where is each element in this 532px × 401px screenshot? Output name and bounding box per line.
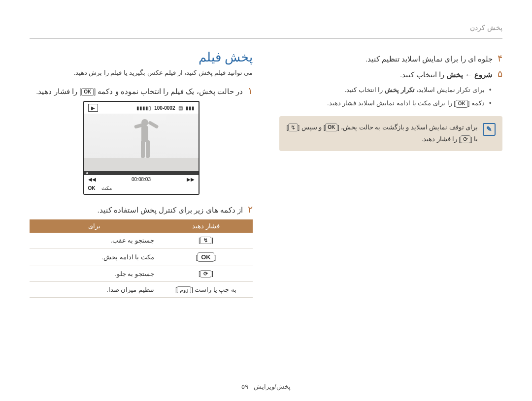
footer-section: پخش/ویرایش: [254, 383, 291, 390]
note-part: برای توقف نمایش اسلاید و بازگشت به حالت …: [339, 124, 478, 131]
step-5-rest: را انتخاب کنید.: [400, 70, 447, 79]
note-icon: ✎: [483, 123, 496, 136]
step-1-post: را فشار دهید.: [36, 87, 79, 95]
note-text: برای توقف نمایش اسلاید و بازگشت به حالت …: [286, 122, 478, 146]
battery-icon: ▮▮▮: [186, 105, 195, 111]
th-for: برای: [30, 219, 159, 233]
playback-mode-icon: ▶: [88, 104, 98, 112]
table-row: [↯] جستجو به عقب.: [30, 233, 253, 248]
desc-cell: تنظیم میزان صدا.: [30, 282, 159, 298]
ok-icon: OK: [81, 88, 94, 96]
bullet-text: برای تکرار نمایش اسلاید،: [415, 86, 485, 93]
step-number: ۵: [498, 68, 502, 79]
table-row: [OK] مکث یا ادامه پخش.: [30, 248, 253, 266]
desc-cell: جستجو به جلو.: [30, 266, 159, 282]
file-counter: 100-0002: [154, 105, 175, 111]
note-box: ✎ برای توقف نمایش اسلاید و بازگشت به حال…: [279, 116, 502, 152]
step-1-pre: در حالت پخش، یک فیلم را انتخاب نموده و د…: [96, 87, 243, 95]
breadcrumb: پخش کردن: [30, 24, 502, 39]
pause-label: مکث: [101, 185, 112, 191]
step-1-text: در حالت پخش، یک فیلم را انتخاب نموده و د…: [36, 87, 243, 96]
step-5-text: شروع ← پخش را انتخاب کنید.: [400, 70, 493, 79]
bullet-text: را انتخاب کنید.: [344, 86, 384, 93]
svg-rect-1: [141, 125, 148, 142]
step-5: ۵ شروع ← پخش را انتخاب کنید.: [279, 68, 502, 79]
table-row: به چپ یا راست [زوم] تنظیم میزان صدا.: [30, 282, 253, 298]
key-cell: [↯]: [159, 233, 253, 248]
step-4-text: جلوه ای را برای نمایش اسلاید تنظیم کنید.: [366, 55, 493, 63]
footer-page: ۵۹: [241, 383, 248, 390]
ok-icon: OK: [325, 123, 337, 131]
forward-icon: ▶▶: [187, 177, 195, 182]
left-column: پخش فیلم می توانید فیلم پخش کنید، از فیل…: [30, 50, 253, 298]
bullet-text: دکمه: [469, 99, 485, 107]
bullet-item: برای تکرار نمایش اسلاید، تکرار پخش را ان…: [279, 84, 492, 95]
timer-icon: ⟳: [200, 270, 211, 278]
section-subtitle: می توانید فیلم پخش کنید، از فیلم عکس بگی…: [30, 69, 253, 76]
table-row: [⟳] جستجو به جلو.: [30, 266, 253, 282]
svg-rect-5: [146, 140, 150, 158]
step-number: ۴: [498, 53, 502, 63]
ok-icon: OK: [456, 100, 468, 108]
step-1: ۱ در حالت پخش، یک فیلم را انتخاب نموده و…: [30, 85, 253, 96]
step-2-text: از دکمه های زیر برای کنترل پخش استفاده ک…: [97, 206, 243, 215]
video-time: 00:08:03: [132, 177, 151, 182]
signal-bars-icon: ▮▮▮▮▯: [136, 105, 151, 111]
ok-icon: OK: [198, 252, 214, 262]
breadcrumb-text: پخش کردن: [470, 24, 502, 31]
zoom-prefix: به چپ یا راست: [193, 286, 236, 293]
step-number: ۲: [248, 204, 253, 214]
video-canvas: [84, 114, 199, 171]
key-cell: [⟳]: [159, 266, 253, 282]
right-column: ۴ جلوه ای را برای نمایش اسلاید تنظیم کنی…: [279, 50, 502, 298]
desc-cell: مکث یا ادامه پخش.: [30, 248, 159, 266]
flash-icon: ↯: [200, 237, 211, 244]
video-info-row: ◀◀ 00:08:03 ▶▶: [84, 175, 199, 184]
sd-card-icon: ▤: [178, 105, 183, 111]
page-footer: پخش/ویرایش ۵۹: [0, 383, 532, 390]
svg-rect-3: [148, 121, 159, 129]
step-number: ۱: [248, 85, 253, 95]
ok-label: OK: [88, 185, 96, 191]
zoom-label: زوم: [177, 286, 191, 293]
bullet-item: دکمه [OK] را برای مکث یا ادامه نمایش اسل…: [279, 97, 492, 109]
person-silhouette: [131, 118, 161, 162]
step-4: ۴ جلوه ای را برای نمایش اسلاید تنظیم کنی…: [279, 53, 502, 63]
controls-table: فشار دهید برای [↯] جستجو به عقب. [OK] مک…: [30, 219, 253, 298]
video-progress-bar: [84, 171, 199, 175]
note-part: و سپس: [299, 124, 323, 131]
step-5-bullets: برای تکرار نمایش اسلاید، تکرار پخش را ان…: [279, 84, 492, 109]
svg-rect-4: [141, 140, 145, 158]
flash-icon: ↯: [288, 123, 298, 131]
section-title: پخش فیلم: [30, 50, 253, 65]
rewind-icon: ◀◀: [88, 177, 96, 182]
bullet-bold: تکرار پخش: [385, 86, 415, 93]
video-status-bar: ▶ ▮▮▮▮▯ 100-0002 ▤ ▮▮▮: [84, 102, 199, 114]
video-preview: ▶ ▮▮▮▮▯ 100-0002 ▤ ▮▮▮: [83, 101, 200, 195]
note-part: یا: [472, 136, 478, 143]
desc-cell: جستجو به عقب.: [30, 233, 159, 248]
timer-icon: ⟳: [461, 135, 470, 143]
step-5-bold: شروع ← پخش: [447, 70, 493, 79]
bullet-text: را برای مکث یا ادامه نمایش اسلاید فشار د…: [327, 99, 454, 107]
key-cell: [OK]: [159, 248, 253, 266]
th-press: فشار دهید: [159, 219, 253, 233]
video-controls-row: OK مکث: [84, 184, 199, 194]
key-cell: به چپ یا راست [زوم]: [159, 282, 253, 298]
step-2: ۲ از دکمه های زیر برای کنترل پخش استفاده…: [30, 204, 253, 215]
note-part: را فشار دهید.: [422, 136, 459, 143]
